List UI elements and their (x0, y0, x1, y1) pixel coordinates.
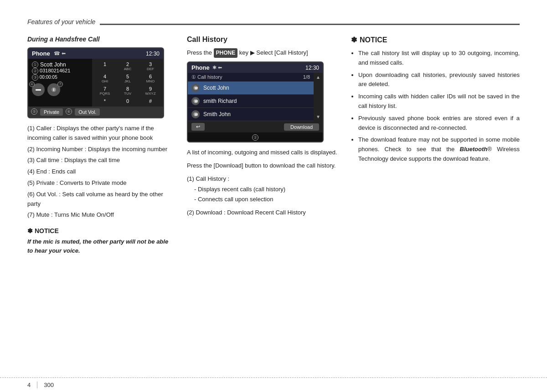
key-4[interactable]: 4GHI (94, 73, 116, 84)
sublist-item-1-b: - Connects call upon selection (194, 195, 337, 204)
private-badge: ⑤ (31, 108, 37, 115)
page-footer: 4 300 (0, 377, 547, 392)
call-name-3: Smith John (203, 111, 231, 117)
call-time-row: ③ 00:00:05 (32, 74, 88, 81)
scroll-up-icon[interactable]: ▲ (315, 75, 322, 80)
content-area: During a Handsfree Call Phone ☎ ⬅ 12:30 … (27, 36, 520, 255)
left-notice-header: ✽ NOTICE (27, 227, 173, 234)
key-9[interactable]: 9WXYZ (139, 85, 161, 97)
key-5[interactable]: 5JKL (117, 73, 139, 84)
end-badge: ④ (29, 81, 35, 87)
list-description-1: A list of incoming, outgoing and missed … (187, 148, 337, 158)
svg-text:☎: ☎ (194, 113, 198, 116)
mute-icon (51, 87, 57, 93)
right-notice-asterisk: ✽ (351, 36, 357, 44)
call-history-label: ① Call history (191, 74, 222, 80)
call-list-header: ① Call history 1/8 (188, 73, 314, 81)
phone-left-panel: ① Scott John ② 03180214621 ③ 00:00:05 (28, 59, 92, 107)
call-screen-icons: ✱ ⬅ (212, 65, 222, 71)
middle-column: Call History Press the PHONE key ▶ Selec… (187, 36, 337, 255)
phone-screen-header: Phone ☎ ⬅ 12:30 (28, 48, 163, 59)
left-notice-text: If the mic is muted, the other party wil… (27, 237, 173, 255)
circle2-badge: ② (188, 132, 323, 142)
avatar: ④ (32, 83, 45, 96)
call-screen-footer: ↩ Download (188, 121, 323, 132)
right-notice-title: NOTICE (360, 36, 387, 44)
notice-bullet-5: The download feature may not be supporte… (358, 135, 520, 163)
private-button[interactable]: Private (40, 108, 63, 116)
dial-grid: 1 2ABC 3DEF 4GHI 5JKL 6MNO 7PQRS 8TUV 9W… (94, 61, 161, 105)
back-button[interactable]: ↩ (191, 123, 205, 131)
phone-header-icons: ☎ ⬅ (54, 51, 66, 56)
key-8[interactable]: 8TUV (117, 85, 139, 97)
phone-icon-3: ☎ (193, 112, 198, 117)
key-star[interactable]: * (94, 97, 116, 105)
sublist-item-1-title: (1) Call History : (187, 174, 337, 184)
call-name-2: smith Richard (203, 98, 237, 104)
call-list-container: ① Call history 1/8 ☎ Scott John ☎ (188, 73, 314, 121)
call-history-screen: Phone ✱ ⬅ 12:30 ① Call history 1/8 ☎ (187, 61, 324, 143)
list-item-2: (2) Incoming Number : Displays the incom… (27, 145, 173, 154)
left-column: During a Handsfree Call Phone ☎ ⬅ 12:30 … (27, 36, 173, 255)
key-2[interactable]: 2ABC (117, 61, 139, 72)
call-name-1: Scott John (203, 85, 229, 91)
call-screen-body: ① Call history 1/8 ☎ Scott John ☎ (188, 73, 323, 121)
phone-icon-2: ☎ (193, 98, 198, 104)
phone-body: ① Scott John ② 03180214621 ③ 00:00:05 (28, 59, 163, 107)
list-item-7: (7) Mute : Turns Mic Mute On/Off (27, 210, 173, 220)
footer-separator (37, 382, 37, 388)
phone-dial-panel: 1 2ABC 3DEF 4GHI 5JKL 6MNO 7PQRS 8TUV 9W… (92, 59, 163, 107)
list-item-6: (6) Out Vol. : Sets call volume as heard… (27, 190, 173, 209)
notice-bullet-1: The call history list will display up to… (358, 49, 520, 68)
key-0[interactable]: 0 (117, 97, 139, 105)
left-section-title: During a Handsfree Call (27, 36, 173, 43)
sublist-item-2: (2) Download : Download Recent Call Hist… (187, 208, 337, 218)
page-header: Features of your vehicle (27, 18, 520, 26)
key-7[interactable]: 7PQRS (94, 85, 116, 97)
left-notice: ✽ NOTICE If the mic is muted, the other … (27, 227, 173, 255)
key-hash[interactable]: # (139, 97, 161, 105)
call-item-1[interactable]: ☎ Scott John (188, 81, 314, 95)
header-divider (100, 24, 520, 25)
phone-screen-1: Phone ☎ ⬅ 12:30 ① Scott John ② (27, 47, 164, 118)
phone-bottom-bar: ⑤ Private ⑥ Out Vol. (28, 107, 163, 117)
scroll-down-icon[interactable]: ▼ (315, 114, 322, 119)
scrollbar[interactable]: ▲ ▼ (314, 73, 323, 121)
svg-rect-0 (36, 89, 41, 91)
key-3[interactable]: 3DEF (139, 61, 161, 72)
phone-icon-1: ☎ (193, 85, 198, 91)
caller-name-text: Scott John (40, 61, 66, 68)
intro-paragraph: Press the PHONE key ▶ Select [Call Histo… (187, 48, 337, 58)
time-badge: ③ (32, 74, 38, 81)
end-icon (35, 86, 42, 93)
list-description-2: Press the [Download] button to download … (187, 161, 337, 171)
page-header-title: Features of your vehicle (27, 18, 95, 26)
avatar-area: ④ ⑦ (32, 83, 88, 96)
middle-sublist: (1) Call History : - Displays recent cal… (187, 174, 337, 218)
list-item-5: (5) Private : Converts to Private mode (27, 178, 173, 188)
caller-number-row: ② 03180214621 (32, 68, 88, 74)
call-screen-header: Phone ✱ ⬅ 12:30 (188, 62, 323, 73)
caller-num-badge: ① (32, 61, 38, 68)
number-badge: ② (32, 68, 38, 74)
caller-number-text: 03180214621 (40, 68, 70, 73)
download-button[interactable]: Download (284, 123, 319, 131)
call-screen-phone-title: Phone (191, 64, 210, 71)
svg-text:☎: ☎ (194, 87, 198, 90)
footer-page: 300 (44, 382, 54, 388)
footer-number: 4 (27, 382, 31, 388)
key-6[interactable]: 6MNO (139, 73, 161, 84)
list-item-3: (3) Call time : Displays the call time (27, 156, 173, 165)
notice-bullet-list: The call history list will display up to… (351, 49, 520, 164)
key-1[interactable]: 1 (94, 61, 116, 72)
call-time-text: 00:00:05 (40, 75, 57, 80)
call-item-2[interactable]: ☎ smith Richard (188, 95, 314, 108)
call-icon-2: ☎ (191, 97, 200, 105)
pagination: 1/8 (303, 74, 310, 80)
call-screen-time: 12:30 (305, 65, 319, 71)
outvol-button[interactable]: Out Vol. (75, 108, 100, 116)
list-item-1: (1) Caller : Displays the other party's … (27, 124, 173, 143)
call-item-3[interactable]: ☎ Smith John (188, 108, 314, 121)
notice-bullet-3: Incoming calls with hidden caller IDs wi… (358, 92, 520, 111)
mute-badge: ⑦ (57, 81, 63, 87)
